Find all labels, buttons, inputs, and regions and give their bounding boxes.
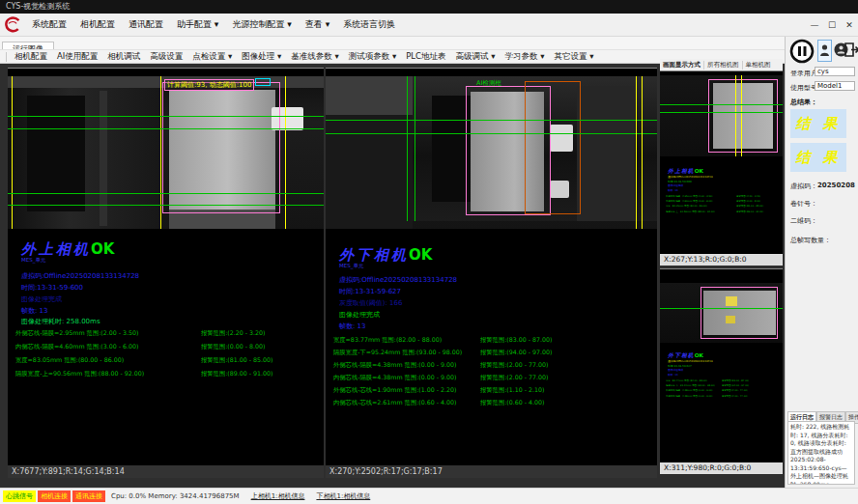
control-sidebar: 登录用户： cys 使用型号： Model1 总结果： 结 果 结 果 虚拟码：… (785, 37, 858, 488)
virtual-code-line: 虚拟码:Offline20250208133134728 (668, 176, 712, 180)
alarm-range: 报警范围:(81.00 - 85.00) (201, 356, 273, 365)
total-result-label: 总结果： (790, 98, 817, 107)
display-mode-tab-all[interactable]: 所有相机图 (703, 61, 742, 70)
camera-mid-coords: X:270;Y:2502;R:17;G:17;B:17 (326, 465, 657, 478)
camera-mid-subtitle: MES_单元 (339, 263, 363, 269)
marker-cyan (255, 78, 271, 86)
measure-line-green (8, 205, 324, 206)
result-badge-lower: 结 果 (790, 143, 846, 172)
measurement-row: 外侧芯线-隔膜=4.38mm 范围:(0.00 - 9.00) 报警范围:(2.… (333, 361, 549, 370)
measurement-value: 宽度=83.05mm 范围:(80.00 - 86.00) (666, 205, 736, 208)
tool-test-params[interactable]: 测试项参数 ▾ (344, 50, 401, 64)
tool-camera-config[interactable]: 相机配置 (10, 50, 52, 64)
measurement-value: 隔膜宽度-上=90.56mm 范围:(88.00 - 92.00) (666, 210, 736, 212)
tab-row: 运行图像 (0, 37, 858, 49)
roi-box-orange (525, 81, 581, 214)
measure-line-green (8, 193, 324, 194)
logout-icon[interactable] (844, 42, 858, 58)
measurement-row: 内侧芯线-隔膜=4.38mm 范围:(0.00 - 9.00) 报警范围:(2.… (333, 374, 549, 382)
tool-baseline-params[interactable]: 基准线参数 ▾ (286, 50, 343, 64)
process-done-line: 图像处理完成 (21, 294, 62, 304)
alarm-range: 报警范围:(1.10 - 2.10) (480, 386, 545, 395)
tool-plc-address[interactable]: PLC地址表 (401, 50, 450, 64)
camera-left-coords: X:7677;Y:891;R:14;G:14;B:14 (8, 465, 324, 478)
frame-count-line: 帧数: 13 (21, 306, 48, 316)
camera-connection-badge: 相机连接 (38, 490, 71, 502)
measurement-value: 外侧芯线-隔膜=4.38mm 范围:(0.00 - 9.00) (666, 389, 722, 392)
alarm-range: 报警范围:(89.00 - 91.00) (201, 370, 273, 378)
tool-advanced-debug[interactable]: 高级调试 ▾ (451, 50, 500, 64)
frame-count-line: 帧数: 13 (339, 322, 366, 331)
measure-line-green (8, 116, 324, 117)
tool-learning-params[interactable]: 学习参数 ▾ (500, 50, 549, 64)
menu-camera-config[interactable]: 相机配置 (73, 14, 122, 35)
close-icon[interactable]: ✕ (841, 17, 858, 33)
elapsed-line: 图像处理耗时: 258.00ms (21, 317, 100, 326)
measurement-row: 外侧芯线-芯线=1.90mm 范围:(1.00 - 2.20) 报警范围:(1.… (333, 386, 545, 395)
camera-left-panel: 计算阈值:93, 动态阈值:100 外上相机 OK MES_单元 虚拟码:Off… (8, 68, 324, 465)
measurement-row: 外侧芯线-隔膜=2.95mm 范围:(2.00 - 3.50) 报警范围:(2.… (15, 329, 266, 338)
measurement-row: 宽度=83.05mm 范围:(80.00 - 86.00) 报警范围:(81.0… (15, 356, 273, 365)
pause-button[interactable] (789, 39, 815, 64)
menu-language-switch[interactable]: 系统语言切换 (336, 14, 402, 35)
alarm-range: 报警范围:(2.00 - 77.00) (722, 394, 748, 397)
camera-mid-result-block: 外下相机 OK MES_单元 虚拟码:Offline20250208133134… (326, 246, 642, 391)
log-textbox[interactable]: 耗时: 222, 线路检测耗时: 17, 线路分表耗时: 0, 线路读取分表耗时… (787, 421, 855, 485)
virtual-code-line: 虚拟码:Offline20250208133134728 (21, 271, 139, 281)
upper-camera-info-link[interactable]: 上相机1:相机信息 (251, 491, 305, 501)
menu-system-config[interactable]: 系统配置 (25, 14, 73, 35)
time-line: 时间:13-31-59-600 (668, 180, 691, 183)
mini-camera-status: OK (695, 352, 703, 359)
result-badge-upper: 结 果 (790, 109, 846, 138)
display-mode-tab-single[interactable]: 单相机图 (742, 61, 774, 70)
needle-number-label: 卷针号： (790, 199, 817, 209)
maximize-icon[interactable]: ☐ (823, 17, 841, 33)
measure-line-green (660, 112, 783, 113)
measurement-value: 内侧芯线-隔膜=4.38mm 范围:(0.00 - 9.00) (333, 374, 480, 382)
camera-left-result-block: 外上相机 OK MES_单元 虚拟码:Offline20250208133134… (8, 240, 324, 385)
camera-mid-status: OK (409, 246, 432, 264)
mini-lower-coords: X:311;Y:980;R:0;G:0;B:0 (660, 462, 783, 474)
menu-comm-config[interactable]: 通讯配置 (122, 14, 170, 35)
menu-light-config[interactable]: 光源控制配置 ▾ (225, 14, 298, 35)
total-frames-label: 总帧写数量： (790, 236, 831, 245)
model-field[interactable]: Model1 (815, 81, 855, 91)
tool-advanced-settings[interactable]: 高级设置 (145, 50, 187, 64)
measurement-value: 内侧芯线-隔膜=4.60mm 范围:(3.00 - 6.00) (666, 200, 736, 203)
camera-left-image[interactable]: 计算阈值:93, 动态阈值:100 (8, 76, 324, 229)
camera-left-status: OK (91, 240, 114, 258)
display-mode-label: 画面显示方式 (660, 61, 703, 70)
mini-camera-title: 外上相机 (668, 168, 694, 175)
mini-panel-upper[interactable]: 外上相机 OK 虚拟码:Offline20250208133134728 时间:… (660, 70, 783, 254)
edge-line-yellow (285, 76, 286, 229)
gray-threshold-line: 灰度取值(阈值): 166 (339, 298, 402, 308)
user-button-active[interactable] (817, 40, 832, 62)
tool-image-processing[interactable]: 图像处理 ▾ (237, 50, 286, 64)
tool-spot-check[interactable]: 点检设置 ▾ (187, 50, 237, 64)
threshold-overlay-label: 计算阈值:93, 动态阈值:100 (164, 79, 254, 91)
alarm-range: 报警范围:(2.00 - 77.00) (480, 374, 549, 382)
status-bar: 心跳信号 相机连接 通讯连接 Cpu: 0.0% Memory: 3424.41… (0, 488, 858, 504)
virtual-code-line: 虚拟码:Offline20250208133134728 (339, 275, 457, 285)
measure-line-green (660, 104, 783, 105)
minimize-icon[interactable]: — (806, 17, 823, 33)
login-user-field[interactable]: cys (815, 67, 855, 76)
process-done-line: 图像处理完成 (668, 184, 683, 188)
camera-mid-image[interactable]: AI检测框 (326, 76, 657, 229)
menu-assistant-config[interactable]: 助手配置 ▾ (170, 14, 225, 35)
tool-ai-usage-config[interactable]: AI使用配置 (52, 50, 102, 64)
measurement-row: 隔膜宽度-下=95.24mm 范围:(93.00 - 98.00) 报警范围:(… (333, 349, 553, 357)
tool-other-settings[interactable]: 其它设置 ▾ (549, 50, 598, 64)
alarm-range: 报警范围:(2.00 - 77.00) (480, 361, 549, 370)
measurement-value: 外侧芯线-隔膜=2.95mm 范围:(2.00 - 3.50) (666, 194, 736, 197)
process-done-line: 图像处理完成 (339, 310, 380, 320)
alarm-range: 报警范围:(81.00 - 85.00) (736, 205, 763, 208)
mini-upper-coords: X:267;Y:13;R:0;G:0;B:0 (660, 254, 783, 266)
edge-line-yellow (12, 76, 13, 229)
lower-camera-info-link[interactable]: 下相机1:相机信息 (316, 491, 370, 501)
menu-view[interactable]: 查看 ▾ (299, 14, 336, 35)
window-title: CYS-视觉检测系统 (6, 2, 70, 11)
time-line: 时间:13-31-59-627 (339, 287, 401, 296)
mini-panel-lower[interactable]: 外下相机 OK 虚拟码:Offline20250208133134728 时间:… (660, 268, 783, 462)
tool-camera-debug[interactable]: 相机调试 (102, 50, 145, 64)
